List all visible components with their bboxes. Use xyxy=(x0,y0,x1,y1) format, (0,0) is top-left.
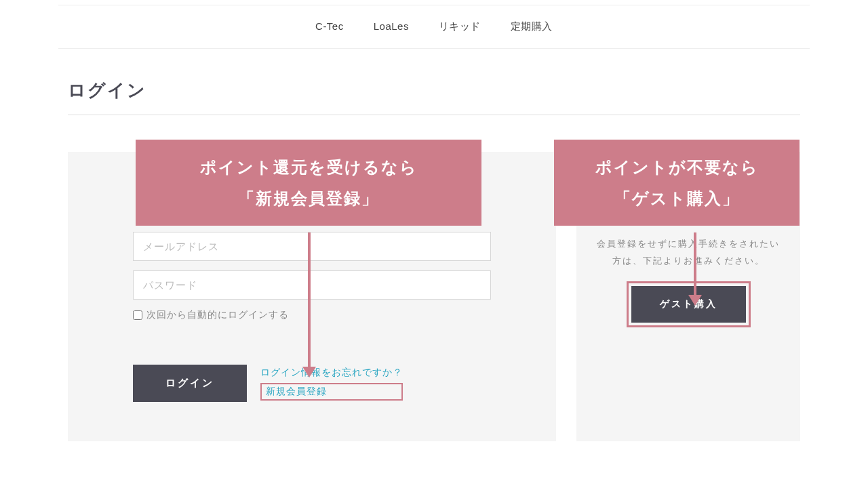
callout-signup-line2: 「新規会員登録」 xyxy=(238,189,379,207)
nav-item-liquid[interactable]: リキッド xyxy=(439,20,481,33)
nav-item-subscription[interactable]: 定期購入 xyxy=(511,20,553,33)
nav-item-loales[interactable]: LoaLes xyxy=(374,20,409,33)
password-field[interactable] xyxy=(133,270,491,300)
callout-guest: ポイントが不要なら 「ゲスト購入」 xyxy=(554,140,800,226)
arrow-down-icon xyxy=(694,232,696,296)
remember-checkbox[interactable] xyxy=(133,310,142,320)
page-title: ログイン xyxy=(68,79,800,102)
signup-link[interactable]: 新規会員登録 xyxy=(260,383,403,401)
login-button[interactable]: ログイン xyxy=(133,365,247,402)
callout-signup-line1: ポイント還元を受けるなら xyxy=(200,158,418,176)
page-title-row: ログイン xyxy=(68,79,800,115)
arrow-down-icon xyxy=(308,232,311,368)
callout-guest-line2: 「ゲスト購入」 xyxy=(614,189,740,207)
main-nav: C-Tec LoaLes リキッド 定期購入 xyxy=(58,5,810,49)
callout-signup: ポイント還元を受けるなら 「新規会員登録」 xyxy=(136,140,481,226)
remember-row[interactable]: 次回から自動的にログインする xyxy=(133,309,491,321)
guest-description: 会員登録をせずに購入手続きをされたい方は、下記よりお進みください。 xyxy=(597,236,780,269)
nav-item-ctec[interactable]: C-Tec xyxy=(315,20,344,33)
remember-label: 次回から自動的にログインする xyxy=(146,309,289,321)
callout-guest-line1: ポイントが不要なら xyxy=(595,158,759,176)
email-field[interactable] xyxy=(133,232,491,261)
forgot-password-link[interactable]: ログイン情報をお忘れですか？ xyxy=(260,367,403,379)
